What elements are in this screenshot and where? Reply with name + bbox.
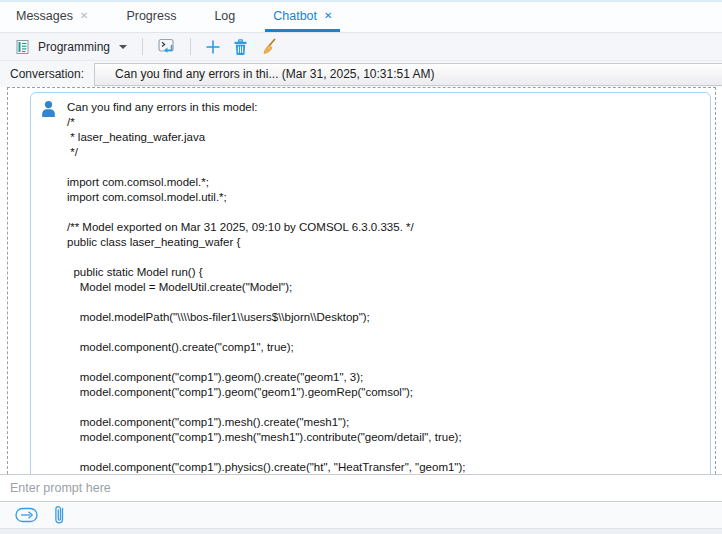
tab-progress[interactable]: Progress [118, 2, 184, 32]
tab-messages-close-icon[interactable]: ✕ [80, 11, 88, 21]
conversation-select[interactable]: Can you find any errors in thi... (Mar 3… [94, 63, 722, 86]
prompt-input[interactable] [0, 475, 722, 501]
add-conversation-icon[interactable] [203, 37, 223, 57]
programming-document-icon [13, 37, 32, 57]
chatbot-toolbar: Programming [0, 33, 722, 61]
chevron-down-icon [119, 45, 127, 49]
delete-conversation-icon[interactable] [231, 37, 250, 57]
conversation-bar: Conversation: Can you find any errors in… [0, 61, 722, 87]
prompt-row [0, 474, 722, 501]
send-to-console-icon[interactable] [155, 36, 178, 57]
tab-bar: Messages ✕ Progress Log Chatbot ✕ [0, 2, 722, 33]
conversation-selected-option: Can you find any errors in thi... (Mar 3… [115, 67, 435, 81]
user-avatar-icon [40, 100, 57, 121]
conversation-label: Conversation: [0, 67, 94, 81]
tab-messages-label: Messages [16, 9, 73, 23]
tab-chatbot-close-icon[interactable]: ✕ [324, 11, 332, 21]
tab-chatbot[interactable]: Chatbot ✕ [265, 2, 340, 32]
prompt-actions [0, 501, 722, 528]
window-bottom-edge [0, 528, 722, 534]
tab-chatbot-label: Chatbot [273, 9, 317, 23]
toolbar-separator [190, 38, 191, 55]
chat-history-panel[interactable]: Can you find any errors in this model: /… [7, 87, 716, 474]
mode-dropdown-label: Programming [38, 40, 110, 54]
user-message-bubble: Can you find any errors in this model: /… [30, 92, 711, 474]
toolbar-separator [142, 38, 143, 55]
tab-log-label: Log [214, 9, 235, 23]
clear-broom-icon[interactable] [258, 36, 279, 57]
send-prompt-button[interactable] [13, 505, 41, 525]
attach-file-button[interactable] [51, 502, 68, 528]
user-message-text: Can you find any errors in this model: /… [67, 100, 700, 474]
tab-progress-label: Progress [126, 9, 176, 23]
tab-messages[interactable]: Messages ✕ [8, 2, 96, 32]
tab-log[interactable]: Log [206, 2, 243, 32]
mode-dropdown[interactable]: Programming [10, 35, 130, 59]
